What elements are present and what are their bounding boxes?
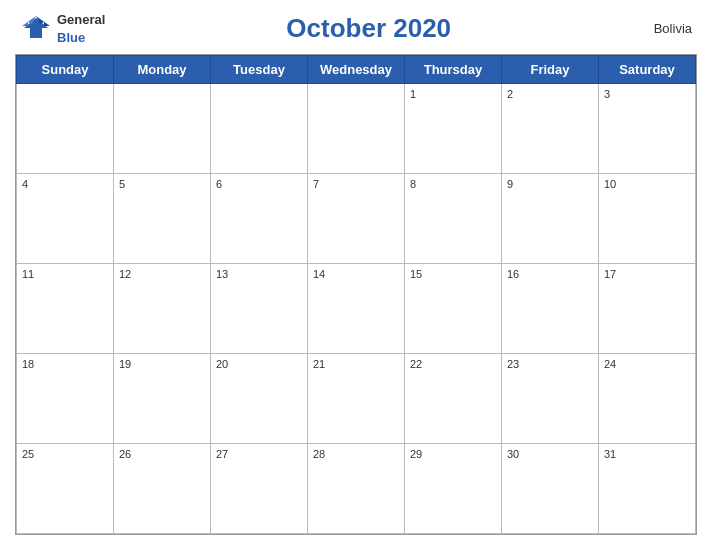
header: General Blue October 2020 Bolivia: [15, 10, 697, 46]
date-cell-29: 29: [405, 444, 502, 534]
date-cell-31: 31: [599, 444, 696, 534]
header-sunday: Sunday: [17, 56, 114, 84]
date-cell-16: 16: [502, 264, 599, 354]
date-cell-1: 1: [405, 84, 502, 174]
date-cell-23: 23: [502, 354, 599, 444]
date-cell-21: 21: [308, 354, 405, 444]
calendar-body: 1234567891011121314151617181920212223242…: [17, 84, 696, 534]
empty-cell-w0-d3: [308, 84, 405, 174]
date-cell-17: 17: [599, 264, 696, 354]
date-num-28: 28: [313, 448, 325, 460]
date-num-7: 7: [313, 178, 319, 190]
day-headers-row: Sunday Monday Tuesday Wednesday Thursday…: [17, 56, 696, 84]
empty-cell-w0-d1: [114, 84, 211, 174]
date-cell-19: 19: [114, 354, 211, 444]
date-num-22: 22: [410, 358, 422, 370]
date-num-13: 13: [216, 268, 228, 280]
date-cell-8: 8: [405, 174, 502, 264]
header-saturday: Saturday: [599, 56, 696, 84]
logo-blue: Blue: [57, 30, 85, 45]
date-num-19: 19: [119, 358, 131, 370]
date-cell-20: 20: [211, 354, 308, 444]
date-num-23: 23: [507, 358, 519, 370]
svg-marker-0: [24, 18, 48, 38]
date-cell-26: 26: [114, 444, 211, 534]
date-num-20: 20: [216, 358, 228, 370]
date-num-16: 16: [507, 268, 519, 280]
date-num-27: 27: [216, 448, 228, 460]
date-cell-2: 2: [502, 84, 599, 174]
week-row-4: 18192021222324: [17, 354, 696, 444]
date-num-31: 31: [604, 448, 616, 460]
logo-text: General Blue: [57, 10, 105, 46]
date-num-12: 12: [119, 268, 131, 280]
date-num-2: 2: [507, 88, 513, 100]
header-friday: Friday: [502, 56, 599, 84]
header-monday: Monday: [114, 56, 211, 84]
date-cell-6: 6: [211, 174, 308, 264]
date-cell-25: 25: [17, 444, 114, 534]
date-cell-11: 11: [17, 264, 114, 354]
date-cell-15: 15: [405, 264, 502, 354]
date-num-8: 8: [410, 178, 416, 190]
date-cell-7: 7: [308, 174, 405, 264]
date-cell-18: 18: [17, 354, 114, 444]
date-num-25: 25: [22, 448, 34, 460]
header-thursday: Thursday: [405, 56, 502, 84]
date-num-29: 29: [410, 448, 422, 460]
date-num-1: 1: [410, 88, 416, 100]
date-cell-30: 30: [502, 444, 599, 534]
header-wednesday: Wednesday: [308, 56, 405, 84]
page: General Blue October 2020 Bolivia Sunday…: [0, 0, 712, 550]
date-num-9: 9: [507, 178, 513, 190]
date-num-11: 11: [22, 268, 34, 280]
date-num-26: 26: [119, 448, 131, 460]
week-row-5: 25262728293031: [17, 444, 696, 534]
date-num-10: 10: [604, 178, 616, 190]
date-num-6: 6: [216, 178, 222, 190]
logo: General Blue: [20, 10, 105, 46]
date-cell-12: 12: [114, 264, 211, 354]
date-cell-4: 4: [17, 174, 114, 264]
date-cell-28: 28: [308, 444, 405, 534]
calendar-table: Sunday Monday Tuesday Wednesday Thursday…: [16, 55, 696, 534]
date-num-24: 24: [604, 358, 616, 370]
week-row-1: 123: [17, 84, 696, 174]
date-cell-22: 22: [405, 354, 502, 444]
week-row-2: 45678910: [17, 174, 696, 264]
date-num-21: 21: [313, 358, 325, 370]
date-num-18: 18: [22, 358, 34, 370]
date-cell-27: 27: [211, 444, 308, 534]
logo-bird-icon: [20, 14, 52, 42]
date-num-3: 3: [604, 88, 610, 100]
date-cell-14: 14: [308, 264, 405, 354]
calendar-title: October 2020: [105, 13, 632, 44]
empty-cell-w0-d2: [211, 84, 308, 174]
date-cell-3: 3: [599, 84, 696, 174]
date-num-15: 15: [410, 268, 422, 280]
week-row-3: 11121314151617: [17, 264, 696, 354]
date-cell-9: 9: [502, 174, 599, 264]
date-cell-13: 13: [211, 264, 308, 354]
date-num-17: 17: [604, 268, 616, 280]
date-num-30: 30: [507, 448, 519, 460]
calendar: Sunday Monday Tuesday Wednesday Thursday…: [15, 54, 697, 535]
date-num-5: 5: [119, 178, 125, 190]
empty-cell-w0-d0: [17, 84, 114, 174]
date-cell-5: 5: [114, 174, 211, 264]
date-num-14: 14: [313, 268, 325, 280]
header-tuesday: Tuesday: [211, 56, 308, 84]
country-label: Bolivia: [632, 21, 692, 36]
logo-general: General: [57, 12, 105, 27]
date-cell-10: 10: [599, 174, 696, 264]
date-cell-24: 24: [599, 354, 696, 444]
date-num-4: 4: [22, 178, 28, 190]
